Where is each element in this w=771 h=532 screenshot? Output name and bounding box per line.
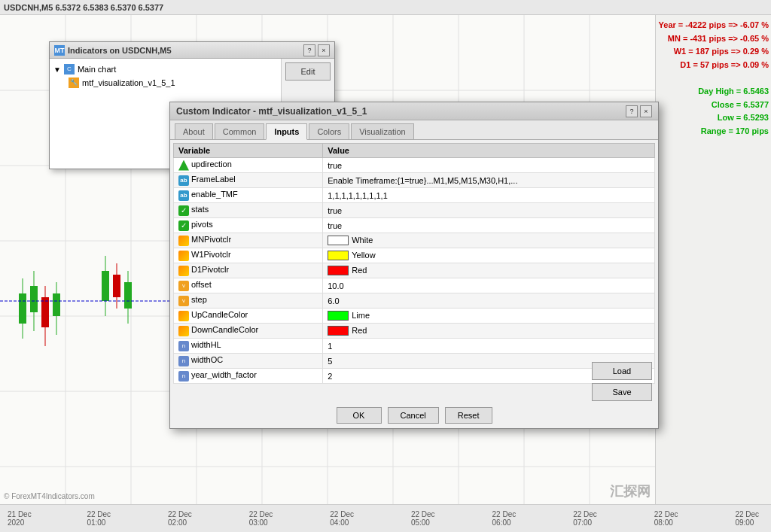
param-value[interactable]: 1,1,1,1,1,1,1,1,1 bbox=[323, 188, 655, 203]
load-btn[interactable]: Load bbox=[592, 362, 652, 380]
tree-child-item[interactable]: 🔧 mtf_visualization_v1_5_1 bbox=[53, 76, 277, 90]
table-row: abFrameLabelEnable Timeframe:{1=true}...… bbox=[174, 173, 655, 188]
param-name: W1Pivotclr bbox=[174, 248, 323, 263]
date-2: 22 Dec 02:00 bbox=[168, 510, 204, 527]
date-0: 21 Dec 2020 bbox=[8, 510, 41, 527]
w1-stat: W1 = 187 pips => 0.29 % bbox=[658, 45, 769, 59]
load-save-area: Load Save bbox=[592, 362, 652, 401]
param-value[interactable]: true bbox=[323, 203, 655, 218]
ok-btn[interactable]: OK bbox=[337, 407, 382, 424]
tree-root-item[interactable]: ▼ C Main chart bbox=[53, 62, 277, 76]
tab-inputs[interactable]: Inputs bbox=[266, 123, 307, 140]
tab-about[interactable]: About bbox=[175, 123, 213, 139]
stats-panel: Year = -4222 pips => -6.07 % MN = -431 p… bbox=[658, 19, 769, 138]
indicators-icon: MT bbox=[54, 45, 65, 56]
save-btn[interactable]: Save bbox=[592, 383, 652, 401]
table-row: nyear_width_factor2 bbox=[174, 369, 655, 384]
tree-child-label: mtf_visualization_v1_5_1 bbox=[82, 78, 175, 87]
chart-topbar: USDCNH,M5 6.5372 6.5383 6.5370 6.5377 bbox=[0, 0, 771, 15]
svg-rect-16 bbox=[19, 293, 26, 324]
right-panel: Year = -4222 pips => -6.07 % MN = -431 p… bbox=[655, 15, 771, 504]
tree-child-icon: 🔧 bbox=[69, 78, 79, 88]
col-variable: Variable bbox=[174, 144, 323, 158]
col-value: Value bbox=[323, 144, 655, 158]
day-high-stat: Day High = 6.5463 bbox=[658, 85, 769, 99]
param-name: DownCandleColor bbox=[174, 324, 323, 339]
range-stat: Range = 170 pips bbox=[658, 125, 769, 138]
table-row: nwidthOC5 bbox=[174, 354, 655, 369]
param-value[interactable]: 1 bbox=[323, 339, 655, 354]
watermark-cn: 汇探网 bbox=[610, 482, 651, 500]
param-value[interactable]: 6.0 bbox=[323, 293, 655, 309]
indicators-help-btn[interactable]: ? bbox=[303, 44, 315, 56]
table-row: ✓pivotstrue bbox=[174, 218, 655, 233]
param-name: nwidthHL bbox=[174, 339, 323, 354]
param-name: voffset bbox=[174, 278, 323, 293]
indicators-title-left: MT Indicators on USDCNH,M5 bbox=[54, 45, 172, 56]
indicators-titlebar: MT Indicators on USDCNH,M5 ? × bbox=[50, 42, 334, 59]
watermark: © ForexMT4Indicators.com bbox=[4, 492, 95, 500]
tab-colors[interactable]: Colors bbox=[309, 123, 349, 139]
table-row: MNPivotclrWhite bbox=[174, 233, 655, 248]
table-row: DownCandleColorRed bbox=[174, 324, 655, 339]
dialog-controls[interactable]: ? × bbox=[626, 105, 652, 117]
table-row: ✓statstrue bbox=[174, 203, 655, 218]
table-row: W1PivotclrYellow bbox=[174, 248, 655, 263]
param-value[interactable]: Enable Timeframe:{1=true}...M1,M5,M15,M3… bbox=[323, 173, 655, 188]
param-value[interactable]: true bbox=[323, 218, 655, 233]
param-value[interactable]: true bbox=[323, 158, 655, 173]
date-4: 22 Dec 04:00 bbox=[330, 510, 366, 527]
param-name: updirection bbox=[174, 158, 323, 173]
param-value[interactable]: 10.0 bbox=[323, 278, 655, 293]
param-value[interactable]: Lime bbox=[323, 309, 655, 324]
table-row: D1PivotclrRed bbox=[174, 263, 655, 278]
mn-stat: MN = -431 pips => -0.65 % bbox=[658, 32, 769, 46]
edit-indicator-btn[interactable]: Edit bbox=[285, 62, 331, 81]
chart-bottombar: 21 Dec 2020 22 Dec 01:00 22 Dec 02:00 22… bbox=[0, 504, 771, 532]
custom-indicator-dialog: Custom Indicator - mtf_visualization_v1_… bbox=[169, 102, 659, 429]
chart-title: USDCNH,M5 6.5372 6.5383 6.5370 6.5377 bbox=[4, 3, 163, 12]
dialog-close-btn[interactable]: × bbox=[640, 105, 652, 117]
indicators-window-controls[interactable]: ? × bbox=[303, 44, 330, 56]
param-name: MNPivotclr bbox=[174, 233, 323, 248]
table-row: abenable_TMF1,1,1,1,1,1,1,1,1 bbox=[174, 188, 655, 203]
svg-rect-26 bbox=[113, 275, 120, 297]
year-stat: Year = -4222 pips => -6.07 % bbox=[658, 19, 769, 32]
date-5: 22 Dec 05:00 bbox=[411, 510, 447, 527]
date-9: 22 Dec 09:00 bbox=[735, 510, 771, 527]
tree-root-icon: C bbox=[64, 64, 75, 74]
reset-btn[interactable]: Reset bbox=[445, 407, 492, 424]
table-row: UpCandleColorLime bbox=[174, 309, 655, 324]
param-name: nyear_width_factor bbox=[174, 369, 323, 384]
table-row: vstep6.0 bbox=[174, 293, 655, 309]
dialog-buttons: OK Cancel Reset bbox=[170, 407, 658, 424]
close-stat: Close = 6.5377 bbox=[658, 99, 769, 112]
table-row: voffset10.0 bbox=[174, 278, 655, 293]
param-value[interactable]: Red bbox=[323, 324, 655, 339]
tab-visualization[interactable]: Visualization bbox=[351, 123, 414, 139]
indicators-close-btn[interactable]: × bbox=[318, 44, 330, 56]
svg-rect-18 bbox=[30, 286, 38, 312]
param-name: D1Pivotclr bbox=[174, 263, 323, 278]
indicators-title: Indicators on USDCNH,M5 bbox=[68, 46, 172, 55]
param-value[interactable]: Yellow bbox=[323, 248, 655, 263]
dialog-titlebar: Custom Indicator - mtf_visualization_v1_… bbox=[170, 102, 658, 120]
date-3: 22 Dec 03:00 bbox=[249, 510, 285, 527]
dialog-help-btn[interactable]: ? bbox=[626, 105, 638, 117]
dialog-title: Custom Indicator - mtf_visualization_v1_… bbox=[176, 106, 367, 117]
dialog-content: Variable Value updirectiontrueabFrameLab… bbox=[170, 140, 658, 394]
param-name: ✓pivots bbox=[174, 218, 323, 233]
date-labels: 21 Dec 2020 22 Dec 01:00 22 Dec 02:00 22… bbox=[0, 510, 771, 527]
param-value[interactable]: Red bbox=[323, 263, 655, 278]
param-value[interactable]: White bbox=[323, 233, 655, 248]
param-name: vstep bbox=[174, 293, 323, 309]
svg-rect-28 bbox=[124, 282, 132, 309]
tab-common[interactable]: Common bbox=[215, 123, 265, 139]
param-name: abenable_TMF bbox=[174, 188, 323, 203]
cancel-btn[interactable]: Cancel bbox=[388, 407, 439, 424]
date-6: 22 Dec 06:00 bbox=[492, 510, 529, 527]
param-name: UpCandleColor bbox=[174, 309, 323, 324]
date-8: 22 Dec 08:00 bbox=[654, 510, 690, 527]
param-name: nwidthOC bbox=[174, 354, 323, 369]
table-row: updirectiontrue bbox=[174, 158, 655, 173]
